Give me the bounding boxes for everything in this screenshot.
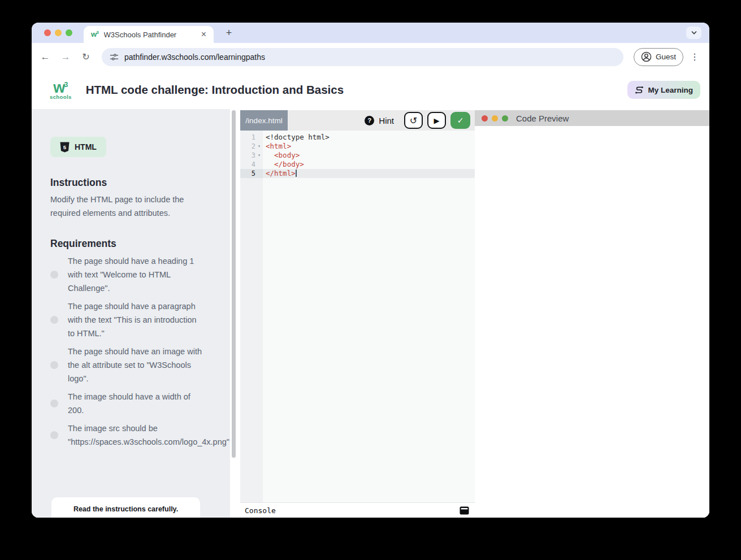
page-title: HTML code challenge: Introduction and Ba… bbox=[86, 83, 344, 97]
requirement-item: The image should have a width of 200. bbox=[50, 390, 203, 417]
tab-search-chevron-button[interactable] bbox=[686, 27, 701, 39]
learning-path-icon bbox=[635, 85, 644, 94]
browser-menu-button[interactable]: ⋮ bbox=[690, 51, 699, 62]
hint-button[interactable]: ? Hint bbox=[365, 116, 394, 125]
browser-toolbar: ← → ↻ pathfinder.w3schools.com/learningp… bbox=[32, 43, 709, 71]
maximize-window-icon[interactable] bbox=[66, 29, 72, 36]
fold-arrow-icon[interactable]: ▾ bbox=[255, 151, 263, 160]
minimize-window-icon[interactable] bbox=[55, 29, 62, 36]
code-editor[interactable]: 1▾<!doctype html>2▾<html>3▾ <body>4▾ </b… bbox=[240, 131, 475, 502]
reload-button[interactable]: ↻ bbox=[79, 51, 93, 62]
main-content: 5 HTML Instructions Modify the HTML page… bbox=[32, 109, 709, 518]
browser-tab[interactable]: w3 W3Schools Pathfinder × bbox=[84, 26, 214, 43]
w3schools-logo[interactable]: w3 schools bbox=[50, 80, 72, 100]
requirements-title: Requirements bbox=[50, 238, 203, 250]
requirement-text: The image should have a width of 200. bbox=[68, 390, 203, 417]
code-text[interactable]: <html> bbox=[263, 142, 291, 151]
checkmark-icon: ✓ bbox=[457, 116, 464, 125]
url-text: pathfinder.w3schools.com/learningpaths bbox=[124, 53, 265, 62]
user-avatar-icon bbox=[641, 51, 652, 62]
line-number: 5 bbox=[252, 169, 255, 178]
requirement-item: The page should have a heading 1 with te… bbox=[50, 254, 203, 295]
code-text[interactable]: </body> bbox=[263, 160, 304, 169]
requirement-text: The page should have a heading 1 with te… bbox=[68, 254, 203, 295]
line-number: 3 bbox=[252, 151, 255, 160]
requirement-text: The page should have a paragraph with th… bbox=[68, 299, 203, 340]
requirement-item: The image src should be "https://spaces.… bbox=[50, 422, 203, 449]
console-label: Console bbox=[245, 506, 276, 515]
submit-check-button[interactable]: ✓ bbox=[450, 112, 470, 129]
run-code-button[interactable]: ▶ bbox=[427, 112, 446, 129]
requirements-list: The page should have a heading 1 with te… bbox=[50, 254, 203, 449]
back-button[interactable]: ← bbox=[38, 51, 52, 63]
question-mark-icon: ? bbox=[365, 116, 374, 125]
app-header: w3 schools HTML code challenge: Introduc… bbox=[32, 71, 709, 109]
site-settings-icon[interactable] bbox=[110, 53, 119, 62]
sidebar-scrollbar-thumb[interactable] bbox=[232, 110, 236, 458]
requirement-status-icon bbox=[50, 400, 58, 407]
preview-header: Code Preview bbox=[475, 110, 709, 126]
w3schools-favicon-icon: w3 bbox=[91, 31, 99, 38]
code-line[interactable]: 5▾</html> bbox=[240, 169, 475, 178]
requirement-text: The image src should be "https://spaces.… bbox=[68, 422, 229, 449]
forward-button[interactable]: → bbox=[59, 51, 72, 63]
preview-red-dot-icon bbox=[482, 115, 488, 121]
my-learning-button[interactable]: My Learning bbox=[627, 81, 700, 99]
guest-profile-button[interactable]: Guest bbox=[634, 48, 683, 66]
reset-icon: ↺ bbox=[410, 115, 417, 126]
sidebar-scrollbar-track[interactable] bbox=[230, 109, 240, 518]
close-tab-icon[interactable]: × bbox=[200, 29, 208, 40]
console-bar[interactable]: Console bbox=[240, 502, 475, 518]
editor-toolbar: /index.html ? Hint ↺ ▶ ✓ bbox=[240, 110, 475, 131]
preview-output bbox=[475, 126, 709, 518]
requirement-text: The page should have an image with the a… bbox=[68, 345, 203, 385]
code-line[interactable]: 2▾<html> bbox=[240, 142, 475, 151]
tip-card-body: Each challenge will provide specific bbox=[59, 517, 192, 518]
code-line[interactable]: 1▾<!doctype html> bbox=[240, 133, 475, 142]
guest-label: Guest bbox=[656, 53, 676, 61]
requirement-status-icon bbox=[50, 316, 58, 324]
new-tab-button[interactable]: + bbox=[222, 26, 236, 40]
requirement-item: The page should have an image with the a… bbox=[50, 345, 203, 385]
tip-card: Read the instructions carefully. Each ch… bbox=[51, 497, 200, 518]
line-gutter: 4▾ bbox=[240, 160, 263, 169]
file-tab-index-html[interactable]: /index.html bbox=[240, 110, 288, 131]
code-text[interactable]: <!doctype html> bbox=[263, 133, 330, 142]
code-text[interactable]: </html> bbox=[263, 169, 297, 178]
toggle-console-icon[interactable] bbox=[460, 506, 469, 515]
requirement-item: The page should have a paragraph with th… bbox=[50, 299, 203, 340]
instructions-sidebar: 5 HTML Instructions Modify the HTML page… bbox=[32, 109, 230, 518]
language-badge-label: HTML bbox=[75, 142, 97, 151]
chevron-down-icon bbox=[691, 29, 697, 36]
line-gutter: 5▾ bbox=[240, 169, 263, 178]
browser-tab-strip: w3 W3Schools Pathfinder × + bbox=[32, 23, 709, 43]
code-line[interactable]: 3▾ <body> bbox=[240, 151, 475, 160]
hint-label: Hint bbox=[379, 116, 394, 125]
window-controls bbox=[44, 29, 72, 36]
language-badge: 5 HTML bbox=[50, 137, 106, 157]
line-number: 4 bbox=[252, 160, 255, 169]
text-cursor bbox=[296, 170, 297, 177]
code-text[interactable]: <body> bbox=[263, 151, 300, 160]
tab-title: W3Schools Pathfinder bbox=[104, 31, 200, 39]
reset-code-button[interactable]: ↺ bbox=[404, 112, 423, 129]
line-number: 1 bbox=[252, 133, 255, 142]
address-bar[interactable]: pathfinder.w3schools.com/learningpaths bbox=[102, 48, 623, 66]
line-gutter: 1▾ bbox=[240, 133, 263, 142]
instructions-title: Instructions bbox=[50, 177, 203, 189]
preview-title: Code Preview bbox=[516, 114, 569, 123]
browser-window: w3 W3Schools Pathfinder × + ← → ↻ pathfi… bbox=[32, 23, 709, 518]
code-line[interactable]: 4▾ </body> bbox=[240, 160, 475, 169]
code-preview-panel: Code Preview bbox=[475, 109, 709, 518]
preview-green-dot-icon bbox=[502, 115, 508, 121]
requirement-status-icon bbox=[50, 361, 58, 369]
close-window-icon[interactable] bbox=[44, 29, 51, 36]
fold-arrow-icon[interactable]: ▾ bbox=[255, 142, 263, 151]
code-editor-panel: /index.html ? Hint ↺ ▶ ✓ 1▾<!doctype htm… bbox=[240, 109, 475, 518]
line-gutter: 3▾ bbox=[240, 151, 263, 160]
preview-yellow-dot-icon bbox=[492, 115, 498, 121]
html5-shield-icon: 5 bbox=[60, 142, 70, 153]
instructions-body: Modify the HTML page to include the requ… bbox=[50, 193, 203, 220]
requirement-status-icon bbox=[50, 271, 58, 279]
play-icon: ▶ bbox=[434, 116, 440, 125]
